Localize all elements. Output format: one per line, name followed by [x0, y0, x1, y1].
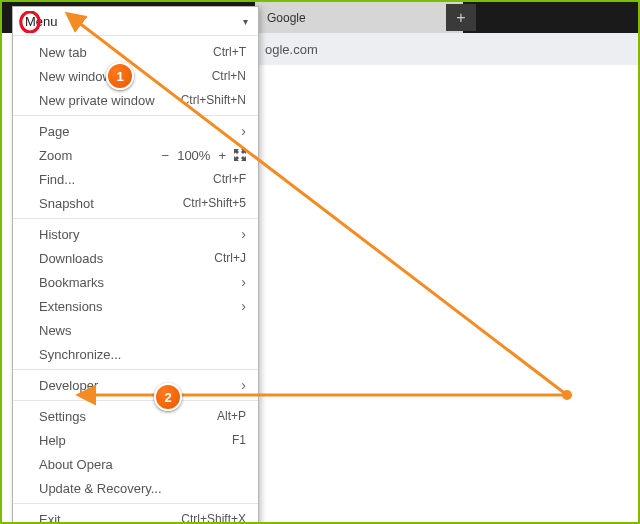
menu-item-bookmarks[interactable]: Bookmarks›	[13, 270, 258, 294]
annotation-badge-2: 2	[154, 383, 182, 411]
menu-item-about[interactable]: About Opera	[13, 452, 258, 476]
menu-item-synchronize[interactable]: Synchronize...	[13, 342, 258, 366]
menu-item-exit[interactable]: ExitCtrl+Shift+X	[13, 507, 258, 524]
zoom-label: Zoom	[39, 148, 72, 163]
menu-item-developer[interactable]: Developer›	[13, 373, 258, 397]
shortcut: Ctrl+F	[213, 172, 246, 186]
shortcut: Ctrl+Shift+X	[181, 512, 246, 524]
zoom-level: 100%	[177, 148, 210, 163]
tab-google[interactable]: Google ×	[255, 2, 463, 33]
chevron-right-icon: ›	[241, 274, 246, 290]
menu-body: New tabCtrl+TNew windowCtrl+NNew private…	[13, 36, 258, 524]
address-bar[interactable]: ogle.com	[255, 33, 638, 66]
plus-icon: +	[456, 9, 465, 27]
zoom-in-button[interactable]: +	[218, 148, 226, 163]
menu-item-label: Update & Recovery...	[39, 481, 162, 496]
menu-item-news[interactable]: News	[13, 318, 258, 342]
menu-item-find[interactable]: Find...Ctrl+F	[13, 167, 258, 191]
chevron-right-icon: ›	[241, 123, 246, 139]
menu-item-update[interactable]: Update & Recovery...	[13, 476, 258, 500]
svg-point-0	[21, 12, 39, 32]
menu-item-label: New window	[39, 69, 112, 84]
menu-separator	[13, 369, 258, 370]
menu-item-snapshot[interactable]: SnapshotCtrl+Shift+5	[13, 191, 258, 215]
menu-header[interactable]: Menu ▾	[13, 7, 258, 36]
address-text: ogle.com	[265, 42, 318, 57]
menu-item-new-private-window[interactable]: New private windowCtrl+Shift+N	[13, 88, 258, 112]
menu-item-label: History	[39, 227, 79, 242]
opera-main-menu: Menu ▾ New tabCtrl+TNew windowCtrl+NNew …	[12, 6, 259, 524]
shortcut: Ctrl+N	[212, 69, 246, 83]
menu-item-settings[interactable]: SettingsAlt+P	[13, 404, 258, 428]
shortcut: Ctrl+J	[214, 251, 246, 265]
tab-title: Google	[267, 11, 306, 25]
menu-item-label: Synchronize...	[39, 347, 121, 362]
menu-item-page[interactable]: Page›	[13, 119, 258, 143]
shortcut: F1	[232, 433, 246, 447]
annotation-badge-1: 1	[106, 62, 134, 90]
menu-item-label: Help	[39, 433, 66, 448]
zoom-out-button[interactable]: −	[162, 148, 170, 163]
menu-item-help[interactable]: HelpF1	[13, 428, 258, 452]
menu-item-label: About Opera	[39, 457, 113, 472]
opera-window: Google × + ogle.com Menu ▾ New tabCtrl+T…	[0, 0, 640, 524]
shortcut: Alt+P	[217, 409, 246, 423]
menu-item-label: Exit	[39, 512, 61, 525]
chevron-right-icon: ›	[241, 298, 246, 314]
menu-separator	[13, 503, 258, 504]
chevron-right-icon: ›	[241, 377, 246, 393]
menu-separator	[13, 115, 258, 116]
menu-item-new-window[interactable]: New windowCtrl+N	[13, 64, 258, 88]
menu-item-label: Snapshot	[39, 196, 94, 211]
fullscreen-icon[interactable]	[234, 149, 246, 161]
chevron-right-icon: ›	[241, 226, 246, 242]
new-tab-button[interactable]: +	[446, 4, 476, 31]
menu-item-downloads[interactable]: DownloadsCtrl+J	[13, 246, 258, 270]
chevron-down-icon: ▾	[243, 16, 248, 27]
shortcut: Ctrl+Shift+N	[181, 93, 246, 107]
shortcut: Ctrl+T	[213, 45, 246, 59]
page-content	[255, 65, 638, 522]
menu-item-label: Extensions	[39, 299, 103, 314]
menu-item-zoom: Zoom−100%+	[13, 143, 258, 167]
menu-item-label: News	[39, 323, 72, 338]
menu-item-label: Find...	[39, 172, 75, 187]
menu-item-label: Bookmarks	[39, 275, 104, 290]
menu-separator	[13, 400, 258, 401]
menu-item-label: New tab	[39, 45, 87, 60]
menu-item-label: Downloads	[39, 251, 103, 266]
menu-item-label: Settings	[39, 409, 86, 424]
menu-item-history[interactable]: History›	[13, 222, 258, 246]
opera-logo-icon	[19, 11, 41, 33]
menu-item-label: Developer	[39, 378, 98, 393]
shortcut: Ctrl+Shift+5	[183, 196, 246, 210]
menu-item-label: Page	[39, 124, 69, 139]
menu-item-extensions[interactable]: Extensions›	[13, 294, 258, 318]
menu-item-label: New private window	[39, 93, 155, 108]
menu-separator	[13, 218, 258, 219]
menu-item-new-tab[interactable]: New tabCtrl+T	[13, 40, 258, 64]
